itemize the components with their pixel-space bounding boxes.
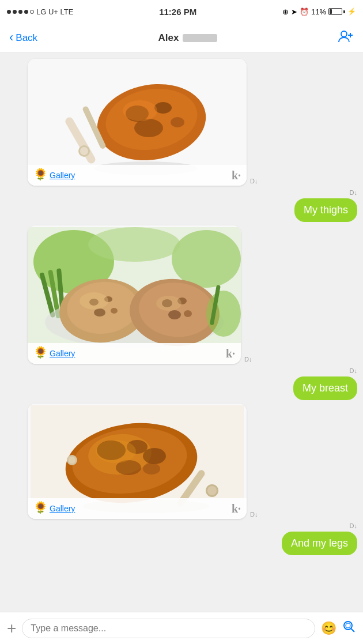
svg-point-10	[171, 117, 184, 127]
svg-point-11	[134, 119, 163, 137]
carrier-label: LG U+ LTE	[36, 7, 73, 16]
svg-point-55	[69, 457, 75, 464]
svg-point-52	[143, 463, 160, 474]
svg-point-57	[346, 623, 350, 628]
svg-line-58	[351, 628, 354, 632]
back-label: Back	[16, 32, 37, 44]
image-footer-3: 🌻 Gallery k·	[28, 343, 241, 364]
status-right: ⊕ ➤ ⏰ 11% ⚡	[282, 7, 356, 16]
nav-actions	[338, 29, 354, 46]
svg-point-56	[344, 622, 352, 630]
sunflower-icon-3: 🌻	[33, 347, 47, 360]
msg-row-2: D↓ My thighs	[6, 189, 357, 222]
avatar-placeholder	[6, 167, 24, 186]
sunflower-icon-1: 🌻	[33, 168, 47, 182]
avatar-placeholder-5	[6, 500, 24, 519]
svg-point-12	[123, 100, 157, 121]
bubble-legs: And my legs	[282, 532, 357, 555]
svg-point-19	[88, 227, 180, 262]
bubble-thighs: My thighs	[294, 198, 357, 222]
svg-point-44	[207, 486, 217, 495]
contact-name-blur	[183, 34, 217, 42]
svg-point-50	[143, 448, 166, 464]
dot3	[18, 10, 22, 14]
add-button[interactable]: +	[7, 620, 16, 637]
gallery-label-5: Gallery	[50, 504, 75, 513]
delivered-icon-2: D↓	[350, 189, 357, 196]
gallery-label-3: Gallery	[50, 349, 75, 358]
delivered-icon-1: D↓	[250, 178, 258, 184]
delivered-icon-5: D↓	[250, 511, 258, 518]
sunflower-icon-5: 🌻	[33, 502, 47, 515]
delivered-icon-3: D↓	[244, 356, 252, 363]
dot2	[13, 10, 17, 14]
chat-area: 🌻 Gallery k· D↓ D↓ My thighs	[0, 53, 363, 612]
svg-point-30	[80, 292, 108, 310]
navigation-icon: ➤	[291, 7, 297, 16]
msg-row-5: 🌻 Gallery k· D↓	[6, 404, 357, 519]
image-card-1[interactable]: 🌻 Gallery k·	[28, 59, 247, 186]
emoji-button[interactable]: 😊	[321, 621, 336, 636]
gallery-badge-1[interactable]: 🌻 Gallery	[33, 168, 75, 182]
nav-title: Alex	[158, 32, 217, 44]
battery-percent: 11%	[311, 7, 326, 16]
svg-point-36	[184, 310, 192, 317]
dot1	[7, 10, 11, 14]
kik-logo-5: k·	[232, 502, 241, 515]
image-card-3[interactable]: 🌻 Gallery k·	[28, 225, 241, 364]
delivered-icon-6: D↓	[350, 522, 357, 529]
status-time: 11:26 PM	[159, 7, 196, 17]
charge-icon: ⚡	[347, 7, 356, 16]
kik-logo-1: k·	[232, 169, 241, 182]
image-card-5[interactable]: 🌻 Gallery k·	[28, 404, 247, 519]
svg-point-38	[206, 291, 241, 337]
msg-row-3: 🌻 Gallery k· D↓	[6, 225, 357, 364]
search-chat-button[interactable]	[342, 620, 356, 637]
delivered-icon-4: D↓	[350, 367, 357, 374]
svg-point-35	[168, 310, 181, 319]
dot4	[24, 10, 28, 14]
battery-icon	[328, 8, 345, 15]
add-contact-icon[interactable]	[338, 29, 354, 46]
svg-point-14	[80, 147, 88, 155]
signal-dots	[7, 10, 34, 14]
msg-row-1: 🌻 Gallery k· D↓	[6, 59, 357, 186]
back-button[interactable]: ‹ Back	[9, 32, 37, 44]
bubble-breast: My breast	[293, 376, 357, 400]
message-input[interactable]	[22, 619, 315, 638]
msg-row-6: D↓ And my legs	[6, 522, 357, 555]
svg-point-37	[156, 296, 181, 311]
contact-name: Alex	[158, 32, 179, 44]
avatar-placeholder-3	[6, 345, 24, 364]
input-bar: + 😊	[0, 612, 363, 644]
image-footer-5: 🌻 Gallery k·	[28, 498, 247, 519]
status-bar: LG U+ LTE 11:26 PM ⊕ ➤ ⏰ 11% ⚡	[0, 0, 363, 23]
svg-point-18	[172, 230, 241, 288]
gallery-badge-5[interactable]: 🌻 Gallery	[33, 502, 75, 515]
msg-row-4: D↓ My breast	[6, 367, 357, 400]
status-left: LG U+ LTE	[7, 7, 73, 16]
image-footer-1: 🌻 Gallery k·	[28, 165, 247, 186]
location-icon: ⊕	[282, 7, 289, 16]
svg-point-0	[341, 31, 347, 37]
svg-point-29	[111, 308, 118, 314]
svg-point-53	[96, 440, 136, 463]
svg-point-28	[94, 308, 105, 317]
alarm-icon: ⏰	[300, 7, 309, 16]
dot5	[30, 10, 34, 14]
chevron-left-icon: ‹	[9, 31, 13, 44]
gallery-badge-3[interactable]: 🌻 Gallery	[33, 347, 75, 360]
gallery-label-1: Gallery	[50, 171, 75, 180]
nav-bar: ‹ Back Alex	[0, 23, 363, 53]
kik-logo-3: k·	[226, 347, 235, 360]
